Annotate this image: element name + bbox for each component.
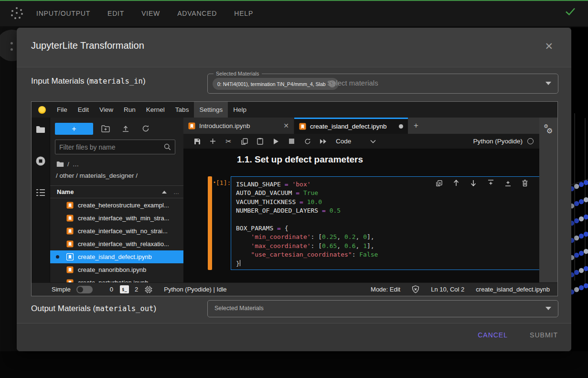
submit-button[interactable]: SUBMIT <box>530 331 558 339</box>
restart-kernel-icon[interactable] <box>299 138 315 145</box>
run-icon[interactable] <box>268 138 284 145</box>
file-row[interactable]: create_island_defect.ipynb <box>50 250 183 263</box>
more-options-icon[interactable]: … <box>173 189 180 195</box>
mode-indicator[interactable]: Mode: Edit <box>371 286 400 293</box>
name-column-header[interactable]: Name <box>57 188 74 195</box>
file-row[interactable]: create_interface_with_relaxatio... <box>50 238 183 250</box>
cell-type-chevron-icon[interactable] <box>370 140 376 143</box>
terminals-count[interactable]: 0 <box>110 286 113 293</box>
cancel-button[interactable]: CANCEL <box>478 331 508 339</box>
app-menu-item[interactable]: VIEW <box>141 10 160 17</box>
tab-introduction[interactable]: Introduction.ipynb ✕ <box>183 118 294 134</box>
kernel-cpu-icon <box>145 286 152 293</box>
cell-toolbar <box>435 179 529 187</box>
notebook-icon <box>66 240 74 248</box>
jupyter-menu-help[interactable]: Help <box>228 102 252 118</box>
refresh-icon[interactable] <box>141 124 150 133</box>
new-launcher-button[interactable]: + <box>55 123 93 135</box>
duplicate-cell-icon[interactable] <box>435 179 443 187</box>
material-chip[interactable]: 0: N4Ti4(001), termination TiN_P4/mmm_4,… <box>213 78 339 90</box>
app-menu-item[interactable]: ADVANCED <box>177 10 217 17</box>
file-row[interactable]: create_interface_with_min_stra... <box>50 212 183 225</box>
input-materials-select[interactable]: Selected Materials 0: N4Ti4(001), termin… <box>207 74 558 94</box>
top-border-line <box>0 0 588 1</box>
new-folder-icon[interactable] <box>101 124 110 133</box>
jupyter-menu-kernel[interactable]: Kernel <box>141 102 170 118</box>
file-row[interactable]: create_interface_with_no_strai... <box>50 225 183 238</box>
file-name: create_island_defect.ipynb <box>78 253 152 260</box>
code-line <box>236 216 539 224</box>
folder-icon <box>56 161 64 167</box>
kernel-status-text[interactable]: Python (Pyodide) | Idle <box>164 286 226 293</box>
dropdown-caret-icon[interactable] <box>545 307 551 310</box>
table-of-contents-icon[interactable] <box>35 187 46 198</box>
jupyter-menu-edit[interactable]: Edit <box>73 102 94 118</box>
sort-ascending-icon[interactable] <box>162 191 167 194</box>
file-browser-icon[interactable] <box>35 124 46 135</box>
save-icon[interactable] <box>189 138 205 145</box>
code-line: "use_cartesian_coordinates": False <box>236 250 539 259</box>
breadcrumb-ellipsis[interactable]: … <box>73 161 79 168</box>
insert-cell-above-icon[interactable] <box>487 179 494 187</box>
running-kernels-icon[interactable] <box>35 156 46 166</box>
tab-create-island-defect[interactable]: create_island_defect.ipynb <box>294 118 408 134</box>
apps-grid-icon[interactable] <box>11 7 23 20</box>
breadcrumb[interactable]: / … <box>56 161 79 168</box>
move-cell-up-icon[interactable] <box>452 179 460 187</box>
section-heading: 1.1. Set up defect parameters <box>237 154 363 165</box>
file-name: create_interface_with_relaxatio... <box>78 240 169 248</box>
notebook-icon <box>66 279 74 282</box>
tab-label: Introduction.ipynb <box>199 122 250 130</box>
file-list-header[interactable]: Name … <box>50 185 183 198</box>
search-icon <box>164 143 171 151</box>
move-cell-down-icon[interactable] <box>470 179 477 187</box>
restart-run-all-icon[interactable] <box>315 139 331 144</box>
simple-mode-toggle[interactable] <box>76 286 93 293</box>
upload-icon[interactable] <box>121 124 130 133</box>
cursor-position[interactable]: Ln 10, Col 2 <box>431 286 464 293</box>
input-materials-label: Input Materials (materials_in) <box>31 76 146 86</box>
jupyterlab-widget: FileEditViewRunKernelTabsSettingsHelp <box>31 101 558 296</box>
kernels-count[interactable]: 2 <box>135 286 138 293</box>
jupyter-menu-run[interactable]: Run <box>118 102 141 118</box>
breadcrumb-root[interactable]: / <box>67 161 69 168</box>
file-row[interactable]: create_nanoribbon.ipynb <box>50 263 183 276</box>
insert-cell-below-icon[interactable] <box>504 179 512 187</box>
cell-type-select[interactable]: Code <box>336 138 351 145</box>
insert-cell-icon[interactable] <box>205 138 221 144</box>
jupyter-menu-view[interactable]: View <box>94 102 118 118</box>
file-row[interactable]: create_heterostructure_exampl... <box>50 199 183 212</box>
jupyter-menu-settings[interactable]: Settings <box>194 102 228 118</box>
breadcrumb-path[interactable]: / other / materials_designer / <box>56 172 138 179</box>
tab-close-icon[interactable]: ✕ <box>283 122 289 130</box>
close-icon[interactable]: ✕ <box>545 41 553 51</box>
file-row[interactable]: create_perturbation.ipynb <box>50 276 183 282</box>
cell-collapser[interactable] <box>208 176 212 270</box>
delete-cell-icon[interactable] <box>521 179 529 187</box>
code-lines: ISLAND_SHAPE = 'box'AUTO_ADD_VACUUM = Tr… <box>236 180 539 268</box>
tab-bar: Introduction.ipynb ✕ create_island_defec… <box>183 118 539 134</box>
filter-files-input[interactable] <box>59 143 164 151</box>
app-menu-item[interactable]: HELP <box>234 10 253 17</box>
code-line: 'min_coordinate': [0.25, 0.2, 0], <box>236 233 539 241</box>
code-cell-editor[interactable]: ISLAND_SHAPE = 'box'AUTO_ADD_VACUUM = Tr… <box>231 176 539 270</box>
output-materials-select[interactable]: Selected Materials <box>207 300 558 317</box>
new-tab-button[interactable]: + <box>408 118 424 134</box>
output-select-label: Selected Materials <box>214 305 264 312</box>
open-file-dot <box>56 255 59 259</box>
jupyter-menu-tabs[interactable]: Tabs <box>170 102 194 118</box>
material-chip-label: 0: N4Ti4(001), termination TiN_P4/mmm_4,… <box>217 81 326 87</box>
kernel-selector[interactable]: Python (Pyodide) <box>473 138 534 145</box>
cut-icon[interactable]: ✂ <box>221 137 236 146</box>
paste-icon[interactable] <box>252 138 268 145</box>
file-name: create_heterostructure_exampl... <box>78 202 169 209</box>
notebook-content[interactable]: 1.1. Set up defect parameters •[1]: ISLA… <box>183 149 539 282</box>
app-menu-item[interactable]: EDIT <box>107 10 124 17</box>
dropdown-caret-icon[interactable] <box>545 82 551 85</box>
copy-icon[interactable] <box>236 138 252 145</box>
app-menu-item[interactable]: INPUT/OUTPUT <box>36 10 90 17</box>
stop-icon[interactable] <box>284 139 299 144</box>
notebook-toolbar: ✂ <box>183 134 539 149</box>
jupyter-menu-file[interactable]: File <box>52 102 73 118</box>
file-name: create_nanoribbon.ipynb <box>78 266 146 273</box>
